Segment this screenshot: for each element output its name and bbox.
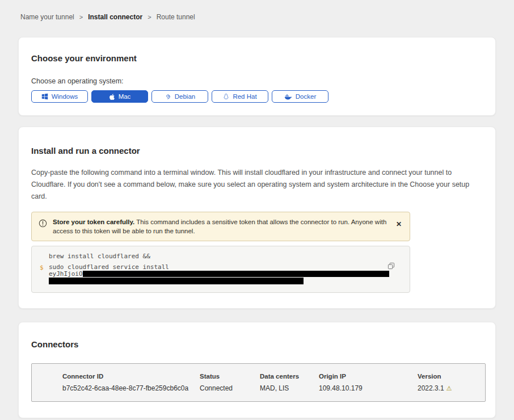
os-button-redhat[interactable]: Red Hat bbox=[212, 90, 268, 103]
warning-close-button[interactable]: ✕ bbox=[396, 221, 402, 228]
redacted-token-bar bbox=[49, 278, 304, 284]
os-button-row: Windows Mac Debian Red Hat bbox=[31, 90, 483, 103]
version-warning-icon: ⚠ bbox=[446, 385, 452, 392]
choose-environment-title: Choose your environment bbox=[31, 53, 483, 63]
breadcrumb-name-your-tunnel[interactable]: Name your tunnel bbox=[20, 13, 74, 21]
windows-logo-icon bbox=[41, 93, 48, 100]
header-data-centers: Data centers bbox=[260, 373, 319, 384]
debian-swirl-icon bbox=[165, 93, 171, 100]
os-button-mac[interactable]: Mac bbox=[91, 90, 148, 103]
connector-row: b7c52c42-6caa-48ee-8c77-fbe259cb6c0a Con… bbox=[62, 384, 485, 392]
os-select-label: Choose an operating system: bbox=[31, 77, 483, 85]
os-button-label: Debian bbox=[175, 93, 195, 100]
token-warning-bold: Store your token carefully. bbox=[53, 219, 134, 225]
install-command-code-block: brew install cloudflared && $ sudo cloud… bbox=[31, 246, 410, 293]
token-warning-banner: Store your token carefully. This command… bbox=[31, 212, 410, 241]
breadcrumb-separator: > bbox=[148, 14, 151, 20]
breadcrumb-separator: > bbox=[79, 14, 83, 20]
connector-status-value: Connected bbox=[200, 384, 260, 392]
alert-circle-icon bbox=[39, 219, 47, 230]
os-button-docker[interactable]: Docker bbox=[272, 90, 328, 103]
redhat-logo-icon bbox=[223, 93, 229, 100]
os-button-label: Mac bbox=[119, 93, 131, 100]
install-connector-title: Install and run a connector bbox=[31, 146, 483, 156]
connectors-table-header: Connector ID Status Data centers Origin … bbox=[62, 373, 485, 384]
install-connector-card: Install and run a connector Copy-paste t… bbox=[18, 127, 496, 309]
header-version: Version bbox=[418, 373, 485, 384]
connectors-card: Connectors Connector ID Status Data cent… bbox=[18, 322, 496, 418]
token-prefix: eyJhIjoiO bbox=[49, 271, 83, 277]
install-description: Copy-paste the following command into a … bbox=[31, 167, 483, 203]
breadcrumb-route-tunnel[interactable]: Route tunnel bbox=[157, 13, 195, 21]
redacted-token-bar bbox=[83, 271, 389, 277]
os-button-windows[interactable]: Windows bbox=[31, 90, 88, 103]
copy-icon bbox=[387, 263, 395, 271]
tunnel-setup-page: Name your tunnel > Install connector > R… bbox=[0, 0, 514, 420]
shell-prompt: $ bbox=[40, 264, 49, 285]
connector-version-value: 2022.3.1 ⚠ bbox=[418, 384, 485, 392]
connector-id-value: b7c52c42-6caa-48ee-8c77-fbe259cb6c0a bbox=[62, 384, 200, 392]
breadcrumb: Name your tunnel > Install connector > R… bbox=[0, 0, 514, 21]
os-button-debian[interactable]: Debian bbox=[151, 90, 208, 103]
connectors-title: Connectors bbox=[31, 339, 483, 349]
code-line-sudo: $ sudo cloudflared service install eyJhI… bbox=[40, 264, 402, 285]
header-connector-id: Connector ID bbox=[62, 373, 200, 384]
os-button-label: Docker bbox=[296, 93, 316, 100]
token-line: eyJhIjoiO bbox=[49, 271, 402, 277]
connector-data-centers-value: MAD, LIS bbox=[260, 384, 319, 392]
connector-origin-ip-value: 109.48.10.179 bbox=[319, 384, 418, 392]
breadcrumb-install-connector[interactable]: Install connector bbox=[88, 13, 142, 21]
code-line-brew: brew install cloudflared && bbox=[40, 253, 402, 259]
token-warning-text: Store your token carefully. This command… bbox=[53, 217, 387, 236]
os-button-label: Red Hat bbox=[233, 93, 256, 100]
os-button-label: Windows bbox=[52, 93, 78, 100]
header-status: Status bbox=[200, 373, 260, 384]
header-origin-ip: Origin IP bbox=[319, 373, 418, 384]
choose-environment-card: Choose your environment Choose an operat… bbox=[18, 37, 496, 116]
copy-command-button[interactable] bbox=[387, 262, 395, 271]
docker-whale-icon bbox=[284, 94, 292, 100]
connectors-table: Connector ID Status Data centers Origin … bbox=[31, 363, 486, 402]
apple-logo-icon bbox=[109, 93, 115, 100]
